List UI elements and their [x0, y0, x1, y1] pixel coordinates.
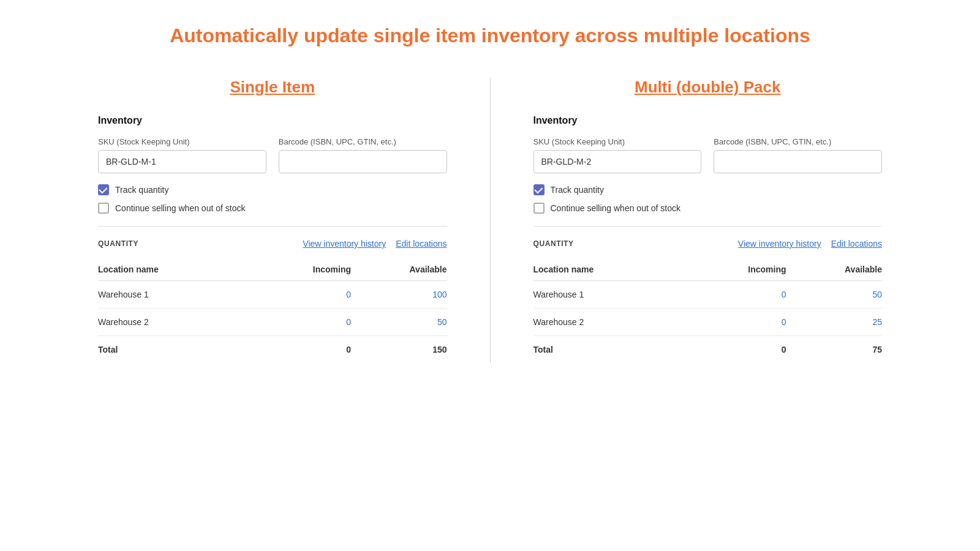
single-inventory-heading: Inventory [98, 115, 447, 126]
single-sku-input[interactable] [98, 150, 266, 173]
single-total-incoming: 0 [253, 336, 351, 364]
single-continue-selling-checkbox[interactable] [98, 203, 109, 214]
single-track-quantity-label: Track quantity [115, 185, 168, 195]
multi-col-location: Location name [533, 258, 688, 281]
single-barcode-input[interactable] [279, 150, 447, 173]
page-title: Automatically update single item invento… [170, 24, 810, 47]
single-column-title: Single Item [98, 78, 447, 97]
multi-view-history-link[interactable]: View inventory history [738, 239, 821, 249]
single-divider [98, 226, 447, 227]
incoming-value: 0 [688, 281, 786, 309]
multi-track-quantity-row: Track quantity [533, 184, 883, 195]
multi-total-label: Total [533, 336, 688, 364]
single-inventory-table: Location name Incoming Available Warehou… [98, 258, 447, 363]
multi-continue-selling-checkbox[interactable] [533, 203, 545, 214]
multi-continue-selling-label: Continue selling when out of stock [551, 203, 680, 213]
multi-inventory-table: Location name Incoming Available Warehou… [533, 258, 883, 363]
multi-column-title: Multi (double) Pack [533, 78, 883, 97]
multi-divider [533, 226, 883, 227]
multi-form-row: SKU (Stock Keeping Unit) Barcode (ISBN, … [533, 137, 883, 173]
single-continue-selling-label: Continue selling when out of stock [115, 203, 245, 213]
multi-sku-label: SKU (Stock Keeping Unit) [533, 137, 702, 146]
multi-barcode-field: Barcode (ISBN, UPC, GTIN, etc.) [714, 137, 882, 173]
multi-inventory-heading: Inventory [533, 115, 883, 126]
multi-edit-locations-link[interactable]: Edit locations [831, 239, 882, 249]
single-barcode-label: Barcode (ISBN, UPC, GTIN, etc.) [279, 137, 447, 146]
multi-sku-input[interactable] [533, 150, 702, 173]
available-value: 100 [351, 281, 447, 309]
single-quantity-label: QUANTITY [98, 239, 138, 248]
single-quantity-header: QUANTITY View inventory history Edit loc… [98, 239, 447, 249]
multi-col-incoming: Incoming [688, 258, 786, 281]
incoming-value: 0 [253, 309, 351, 336]
single-barcode-field: Barcode (ISBN, UPC, GTIN, etc.) [279, 137, 447, 173]
location-name: Warehouse 1 [98, 281, 253, 309]
available-value: 50 [786, 281, 882, 309]
multi-quantity-label: QUANTITY [533, 239, 574, 248]
single-view-history-link[interactable]: View inventory history [303, 239, 386, 249]
single-sku-field: SKU (Stock Keeping Unit) [98, 137, 266, 173]
single-item-column: Single Item Inventory SKU (Stock Keeping… [61, 78, 484, 363]
incoming-value: 0 [253, 281, 351, 309]
multi-barcode-input[interactable] [714, 150, 882, 173]
single-col-available: Available [351, 258, 447, 281]
single-quantity-links: View inventory history Edit locations [303, 239, 447, 249]
single-col-incoming: Incoming [253, 258, 351, 281]
single-continue-selling-row: Continue selling when out of stock [98, 203, 447, 214]
table-row: Warehouse 2 0 50 [98, 309, 447, 336]
multi-track-quantity-label: Track quantity [551, 185, 604, 195]
table-row: Warehouse 2 0 25 [533, 309, 883, 336]
single-total-available: 150 [351, 336, 447, 364]
location-name: Warehouse 1 [533, 281, 688, 309]
location-name: Warehouse 2 [533, 309, 688, 336]
available-value: 25 [786, 309, 882, 336]
multi-quantity-header: QUANTITY View inventory history Edit loc… [533, 239, 883, 249]
multi-pack-column: Multi (double) Pack Inventory SKU (Stock… [497, 78, 919, 363]
table-row: Warehouse 1 0 50 [533, 281, 883, 309]
multi-quantity-links: View inventory history Edit locations [738, 239, 882, 249]
multi-continue-selling-row: Continue selling when out of stock [533, 203, 883, 214]
incoming-value: 0 [688, 309, 786, 336]
single-total-label: Total [98, 336, 253, 364]
location-name: Warehouse 2 [98, 309, 253, 336]
single-track-quantity-checkbox[interactable] [98, 184, 109, 195]
multi-col-available: Available [786, 258, 882, 281]
column-divider [490, 78, 491, 363]
multi-barcode-label: Barcode (ISBN, UPC, GTIN, etc.) [714, 137, 882, 146]
available-value: 50 [351, 309, 447, 336]
single-form-row: SKU (Stock Keeping Unit) Barcode (ISBN, … [98, 137, 447, 173]
table-row: Warehouse 1 0 100 [98, 281, 447, 309]
multi-total-available: 75 [786, 336, 882, 364]
multi-sku-field: SKU (Stock Keeping Unit) [533, 137, 702, 173]
single-track-quantity-row: Track quantity [98, 184, 447, 195]
single-col-location: Location name [98, 258, 253, 281]
single-edit-locations-link[interactable]: Edit locations [396, 239, 447, 249]
multi-track-quantity-checkbox[interactable] [533, 184, 545, 195]
single-sku-label: SKU (Stock Keeping Unit) [98, 137, 266, 146]
multi-total-incoming: 0 [688, 336, 786, 364]
